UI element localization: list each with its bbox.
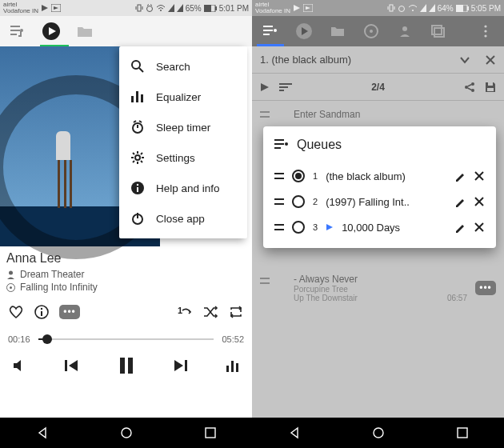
close-icon[interactable] bbox=[474, 222, 485, 233]
info-button[interactable] bbox=[34, 304, 50, 320]
queue-tab[interactable] bbox=[257, 18, 284, 45]
share-icon[interactable] bbox=[464, 82, 475, 93]
svg-point-60 bbox=[412, 10, 414, 11]
skip-prev-icon bbox=[62, 357, 80, 374]
nav-back[interactable] bbox=[36, 426, 49, 439]
close-icon[interactable] bbox=[474, 196, 485, 207]
play-tab[interactable] bbox=[290, 18, 318, 45]
svg-point-70 bbox=[370, 30, 373, 33]
phone-right: airtel Vodafone IN 64% 5:05 PM 1. (th bbox=[252, 0, 504, 448]
eq-button[interactable] bbox=[225, 358, 241, 374]
menu-search[interactable]: Search bbox=[119, 51, 247, 82]
overflow-button[interactable] bbox=[472, 18, 499, 45]
repeat-one-button[interactable]: 1 bbox=[175, 304, 193, 320]
nav-recent[interactable] bbox=[456, 426, 469, 439]
menu-equalizer[interactable]: Equalizer bbox=[119, 82, 247, 112]
track-artist[interactable]: Dream Theater bbox=[6, 269, 98, 280]
queue-index: 1 bbox=[313, 171, 318, 181]
favorite-button[interactable] bbox=[8, 304, 24, 320]
svg-line-30 bbox=[133, 153, 134, 154]
svg-line-32 bbox=[133, 161, 134, 162]
disc-tab[interactable] bbox=[358, 18, 385, 45]
drag-icon[interactable] bbox=[274, 223, 284, 231]
total-time: 05:52 bbox=[222, 334, 244, 344]
svg-point-109 bbox=[374, 428, 383, 438]
menu-sleep-timer[interactable]: Sleep timer bbox=[119, 112, 247, 142]
queue-header[interactable]: 1. (the black album) bbox=[252, 46, 504, 74]
next-button[interactable] bbox=[172, 357, 190, 374]
equalizer-icon bbox=[225, 358, 241, 374]
gear-icon bbox=[130, 150, 145, 165]
seek-slider[interactable] bbox=[38, 338, 214, 340]
svg-line-17 bbox=[139, 68, 143, 72]
svg-point-53 bbox=[122, 428, 131, 438]
svg-rect-20 bbox=[141, 94, 143, 102]
nav-home[interactable] bbox=[372, 426, 385, 439]
svg-point-4 bbox=[146, 6, 152, 12]
track-album[interactable]: Falling Into Infinity bbox=[6, 282, 98, 293]
library-tab[interactable] bbox=[425, 18, 452, 45]
radio-select[interactable] bbox=[292, 170, 305, 182]
sort-icon[interactable] bbox=[279, 82, 292, 92]
edit-icon[interactable] bbox=[454, 222, 466, 233]
radio-select[interactable] bbox=[292, 195, 305, 208]
wifi-icon bbox=[156, 4, 166, 12]
prev-button[interactable] bbox=[62, 357, 80, 374]
disc-icon bbox=[6, 283, 15, 292]
queue-row[interactable]: 310,000 Days bbox=[271, 214, 488, 240]
nav-recent[interactable] bbox=[204, 426, 217, 439]
mute-button[interactable] bbox=[11, 358, 27, 374]
menu-close-app[interactable]: Close app bbox=[119, 203, 247, 234]
menu-help[interactable]: Help and info bbox=[119, 173, 247, 203]
chevron-down-icon[interactable] bbox=[459, 54, 470, 66]
edit-icon[interactable] bbox=[454, 196, 466, 207]
shuffle-button[interactable] bbox=[202, 304, 218, 320]
android-navbar bbox=[0, 418, 252, 448]
radio-select[interactable] bbox=[292, 221, 305, 234]
queue-tab[interactable] bbox=[5, 18, 30, 44]
nav-back[interactable] bbox=[288, 426, 301, 439]
play-pause-button[interactable] bbox=[116, 355, 137, 376]
svg-point-44 bbox=[41, 308, 42, 310]
progress-bar[interactable]: 00:16 05:52 bbox=[8, 334, 244, 344]
drag-icon[interactable] bbox=[274, 198, 284, 206]
svg-rect-56 bbox=[390, 5, 393, 11]
svg-point-71 bbox=[402, 26, 407, 31]
alarm-icon bbox=[146, 4, 154, 12]
nav-home[interactable] bbox=[120, 426, 133, 439]
queue-row[interactable]: 2(1997) Falling Int.. bbox=[271, 189, 488, 214]
drag-icon[interactable] bbox=[274, 172, 284, 180]
battery-icon bbox=[456, 5, 469, 12]
folder-tab[interactable] bbox=[72, 18, 98, 44]
close-icon[interactable] bbox=[485, 54, 496, 66]
svg-point-41 bbox=[10, 286, 12, 289]
svg-rect-72 bbox=[434, 28, 444, 37]
svg-point-75 bbox=[484, 30, 486, 32]
play-tab[interactable] bbox=[38, 18, 64, 44]
svg-point-16 bbox=[132, 61, 140, 69]
close-icon[interactable] bbox=[474, 170, 485, 182]
folder-tab[interactable] bbox=[324, 18, 351, 45]
more-button[interactable]: ••• bbox=[475, 281, 496, 295]
svg-point-7 bbox=[160, 10, 162, 11]
top-tabs bbox=[252, 16, 504, 46]
top-tabs bbox=[0, 16, 252, 46]
svg-rect-73 bbox=[432, 26, 442, 34]
alarm-icon bbox=[398, 4, 406, 12]
clock: 5:05 PM bbox=[471, 4, 501, 13]
repeat-icon bbox=[228, 304, 244, 320]
play-icon[interactable] bbox=[260, 82, 270, 92]
save-icon[interactable] bbox=[485, 82, 496, 93]
menu-settings[interactable]: Settings bbox=[119, 142, 247, 173]
search-icon bbox=[130, 59, 145, 74]
queue-row[interactable]: 1(the black album) bbox=[271, 163, 488, 189]
power-icon bbox=[130, 211, 145, 226]
edit-icon[interactable] bbox=[454, 170, 466, 182]
svg-line-85 bbox=[468, 84, 472, 86]
speaker-icon bbox=[11, 358, 27, 374]
repeat-button[interactable] bbox=[228, 304, 244, 320]
play-icon bbox=[293, 4, 301, 12]
more-button[interactable]: ••• bbox=[59, 305, 80, 319]
artist-tab[interactable] bbox=[391, 18, 418, 45]
menu-label: Help and info bbox=[156, 182, 220, 194]
